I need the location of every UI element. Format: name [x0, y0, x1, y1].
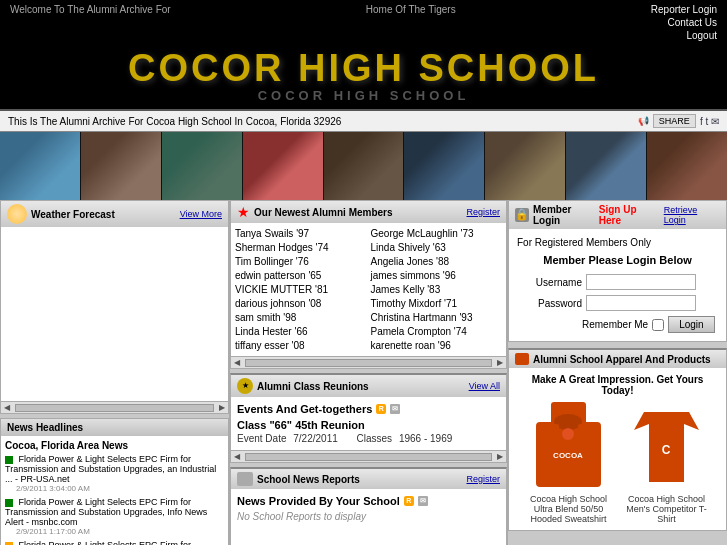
event-classes-label: Classes [357, 433, 393, 444]
photo-7 [485, 132, 566, 200]
right-panel: 🔒 Member Login Sign Up Here Retrieve Log… [507, 200, 727, 545]
alumni-name-7a: sam smith '98 [235, 311, 367, 324]
news-section: News Headlines Cocoa, Florida Area News … [0, 418, 229, 545]
photo-6 [404, 132, 485, 200]
weather-content [0, 227, 229, 402]
reunion-scroll-right[interactable]: ▶ [494, 452, 506, 461]
news-item-2: Florida Power & Light Selects EPC Firm f… [5, 497, 224, 536]
alumni-name-6b: Timothy Mixdorf '71 [371, 297, 503, 310]
scroll-left-icon[interactable]: ◀ [1, 403, 13, 412]
username-row: Username [517, 274, 718, 290]
remember-checkbox[interactable] [652, 319, 664, 331]
logo-primary: COCOR HIGH SCHOOL [0, 49, 727, 87]
alumni-grid: Tanya Swails '97 George McLaughlin '73 S… [235, 227, 502, 352]
news-date-1: 2/9/2011 3:04:00 AM [16, 484, 224, 493]
shirt-icon [515, 353, 529, 365]
apparel-item-2-name: Cocoa High School Men's Competitor T-Shi… [622, 494, 712, 524]
reunions-title: Alumni Class Reunions [257, 381, 369, 392]
hoodie-image: COCOA [526, 402, 611, 492]
reunions-view-all[interactable]: View All [469, 381, 500, 391]
news-content: Cocoa, Florida Area News Florida Power &… [0, 436, 229, 545]
svg-text:C: C [662, 443, 671, 457]
left-panel: Weather Forecast View More ◀ ▶ News Head… [0, 200, 230, 545]
password-input[interactable] [586, 295, 696, 311]
event-detail: Event Date 7/22/2011 Classes 1966 - 1969 [237, 433, 500, 444]
reunion-icon: ★ [237, 378, 253, 394]
username-input[interactable] [586, 274, 696, 290]
photo-9 [647, 132, 727, 200]
alumni-header: ★ Our Newest Alumni Members Register [230, 200, 507, 223]
reunions-header: ★ Alumni Class Reunions View All [230, 373, 507, 397]
weather-view-more[interactable]: View More [180, 209, 222, 219]
weather-section-header: Weather Forecast View More [0, 200, 229, 227]
school-header: School News Reports Register [230, 467, 507, 489]
logout-link[interactable]: Logout [686, 30, 717, 41]
scroll-right-icon[interactable]: ▶ [216, 403, 228, 412]
school-title: School News Reports [257, 474, 360, 485]
event-date-label: Event Date [237, 433, 286, 444]
login-button[interactable]: Login [668, 316, 714, 333]
school-icon [237, 472, 253, 486]
banner: This Is The Alumni Archive For Cocoa Hig… [0, 109, 727, 132]
alumni-name-2b: Linda Shively '63 [371, 241, 503, 254]
weather-icon [7, 204, 27, 224]
alumni-name-3b: Angelia Jones '88 [371, 255, 503, 268]
photo-8 [566, 132, 647, 200]
login-note: For Registered Members Only [517, 237, 718, 248]
retrieve-login-link[interactable]: Retrieve Login [664, 205, 720, 225]
alumni-scroll-right[interactable]: ▶ [494, 358, 506, 367]
svg-text:COCOA: COCOA [553, 451, 583, 460]
photo-strip [0, 132, 727, 200]
alumni-scroll-left[interactable]: ◀ [231, 358, 243, 367]
alumni-name-4a: edwin patterson '65 [235, 269, 367, 282]
scroll-track [15, 404, 214, 412]
event-date: 7/22/2011 [293, 433, 338, 444]
weather-title: Weather Forecast [31, 209, 115, 220]
login-header: 🔒 Member Login Sign Up Here Retrieve Log… [508, 200, 727, 229]
alumni-name-6a: darious johnson '08 [235, 297, 367, 310]
events-label: Events And Get-togethers [237, 403, 372, 415]
photo-1 [0, 132, 81, 200]
event-classes: 1966 - 1969 [399, 433, 452, 444]
news-dot-2 [5, 499, 13, 507]
username-label: Username [517, 277, 582, 288]
school-content: News Provided By Your School R ✉ No Scho… [230, 489, 507, 545]
school-register[interactable]: Register [466, 474, 500, 484]
login-subtitle: Member Please Login Below [517, 254, 718, 266]
news-dot-1 [5, 456, 13, 464]
reunion-hscroll[interactable]: ◀ ▶ [230, 451, 507, 463]
event-title: Class "66" 45th Reunion [237, 419, 500, 431]
contact-us-link[interactable]: Contact Us [668, 17, 717, 28]
photo-2 [81, 132, 162, 200]
email-icon-1: ✉ [390, 404, 400, 414]
sign-up-link[interactable]: Sign Up Here [599, 204, 660, 226]
alumni-register-link[interactable]: Register [466, 207, 500, 217]
apparel-title: Alumni School Apparel And Products [533, 354, 711, 365]
news-text-2: Florida Power & Light Selects EPC Firm f… [5, 497, 207, 527]
password-row: Password [517, 295, 718, 311]
rss-icon-1: R [376, 404, 386, 414]
alumni-name-7b: Christina Hartmann '93 [371, 311, 503, 324]
alumni-name-8b: Pamela Crompton '74 [371, 325, 503, 338]
news-header: News Headlines [0, 418, 229, 436]
remember-row: Remember Me Login [582, 316, 718, 333]
reunion-scroll-left[interactable]: ◀ [231, 452, 243, 461]
alumni-name-5b: James Kelly '83 [371, 283, 503, 296]
news-dot-3 [5, 542, 13, 545]
apparel-item-1[interactable]: COCOA Cocoa High School Ultra Blend 50/5… [524, 402, 614, 524]
reporter-login-link[interactable]: Reporter Login [651, 4, 717, 15]
weather-hscroll[interactable]: ◀ ▶ [0, 402, 229, 414]
lock-icon: 🔒 [515, 208, 529, 222]
main-content: Weather Forecast View More ◀ ▶ News Head… [0, 200, 727, 545]
alumni-content: Tanya Swails '97 George McLaughlin '73 S… [230, 223, 507, 357]
logo-secondary: COCOR HIGH SCHOOL [0, 88, 727, 103]
alumni-hscroll[interactable]: ◀ ▶ [230, 357, 507, 369]
news-area-title: Cocoa, Florida Area News [5, 440, 224, 451]
alumni-name-9a: tiffany esser '08 [235, 339, 367, 352]
share-button[interactable]: SHARE [653, 114, 696, 128]
svg-point-5 [562, 428, 574, 440]
news-item-3: Florida Power & Light Selects EPC Firm f… [5, 540, 224, 545]
apparel-item-2[interactable]: C Cocoa High School Men's Competitor T-S… [622, 402, 712, 524]
alumni-name-2a: Sherman Hodges '74 [235, 241, 367, 254]
news-title: News Headlines [7, 422, 83, 433]
